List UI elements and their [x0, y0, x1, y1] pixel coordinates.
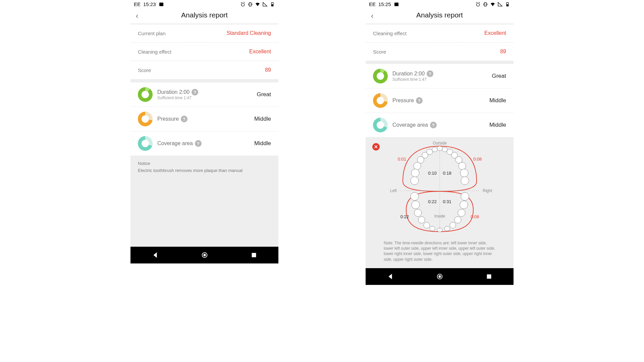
svg-point-32 — [414, 209, 422, 217]
label-right: Right — [483, 188, 492, 193]
page-title: Analysis report — [181, 11, 228, 19]
nav-back-icon[interactable] — [152, 251, 159, 259]
signal-icon — [262, 2, 268, 7]
metric-coverage-title: Coverage area — [392, 122, 428, 128]
help-icon[interactable]: ? — [427, 70, 433, 77]
status-bar: EE 15:23 — [130, 0, 278, 8]
donut-coverage-icon — [138, 136, 153, 151]
svg-point-15 — [442, 147, 447, 152]
back-button[interactable]: ‹ — [136, 12, 138, 20]
metric-pressure-title: Pressure — [392, 98, 414, 104]
svg-point-23 — [459, 162, 466, 170]
android-nav-bar — [130, 247, 278, 263]
donut-duration-icon — [138, 87, 153, 102]
help-icon[interactable]: ? — [195, 140, 202, 147]
value-score: 89 — [500, 49, 506, 55]
nav-home-icon[interactable] — [201, 251, 208, 259]
svg-point-33 — [458, 209, 465, 217]
metric-coverage-value: Middle — [254, 140, 271, 147]
metric-duration[interactable]: Duration 2:00 ? Sufficient time 1:47 Gre… — [366, 64, 514, 88]
section-divider — [130, 79, 278, 82]
metric-pressure-value: Middle — [254, 116, 271, 122]
battery-icon — [505, 2, 510, 7]
alarm-icon — [475, 2, 481, 7]
signal-icon — [497, 2, 503, 7]
svg-point-35 — [454, 217, 461, 223]
time-upper-left-outer: 0:01 — [397, 157, 406, 162]
metric-coverage-title: Coverage area — [157, 140, 193, 146]
donut-pressure-icon — [373, 93, 388, 108]
time-upper-right-outer: 0:08 — [473, 157, 482, 162]
app-bar: ‹ Analysis report — [366, 8, 514, 24]
app-bar: ‹ Analysis report — [130, 8, 278, 24]
time-upper-right-inner: 0:18 — [443, 171, 451, 176]
phone-left: EE 15:23 ‹ Analysis report Current plan … — [130, 0, 278, 263]
row-current-plan: Current plan Standard Cleaning — [130, 24, 278, 43]
section-divider — [366, 61, 514, 64]
carrier-label: EE — [369, 1, 376, 7]
metric-duration[interactable]: Duration 2:00 ? Sufficient time 1:47 Gre… — [130, 82, 278, 107]
metric-duration-title: Duration 2:00 — [392, 71, 425, 77]
nav-recent-icon[interactable] — [485, 273, 493, 280]
row-cleaning-effect: Cleaning effect Excellent — [130, 43, 278, 61]
svg-point-9 — [476, 3, 479, 6]
metric-coverage-value: Middle — [489, 122, 506, 128]
row-score: Score 89 — [130, 61, 278, 79]
battery-icon — [270, 2, 275, 7]
svg-rect-45 — [487, 274, 491, 279]
svg-rect-12 — [506, 4, 508, 6]
row-cleaning-effect: Cleaning effect Excellent — [366, 24, 514, 43]
carrier-label: EE — [134, 1, 141, 7]
time-lower-left-inner: 0:22 — [428, 199, 436, 204]
svg-rect-2 — [249, 2, 251, 6]
help-icon[interactable]: ? — [192, 89, 198, 96]
teeth-diagram: Outside Inside Left Right 0:01 0:08 0:10… — [383, 141, 497, 238]
label-score: Score — [138, 67, 151, 73]
clock-label: 15:25 — [378, 1, 391, 7]
help-icon[interactable]: ? — [416, 97, 423, 104]
status-bar: EE 15:25 — [366, 0, 514, 8]
svg-point-24 — [411, 169, 419, 177]
notice-title: Notice — [138, 161, 271, 166]
metric-pressure-title: Pressure — [157, 116, 179, 122]
svg-rect-4 — [271, 4, 273, 6]
svg-point-30 — [412, 201, 420, 209]
value-cleaning-effect: Excellent — [249, 49, 271, 55]
label-cleaning-effect: Cleaning effect — [373, 31, 407, 36]
value-cleaning-effect: Excellent — [484, 30, 506, 36]
nav-home-icon[interactable] — [436, 273, 443, 280]
svg-rect-7 — [252, 253, 256, 257]
notice-panel: Notice Electric toothbrush removes more … — [130, 156, 278, 247]
vibrate-icon — [483, 2, 488, 7]
svg-point-34 — [418, 217, 425, 223]
metric-pressure[interactable]: Pressure ? Middle — [130, 107, 278, 131]
help-icon[interactable]: ? — [181, 116, 187, 122]
time-upper-left-inner: 0:10 — [428, 171, 436, 176]
metric-duration-sub: Sufficient time 1:47 — [392, 77, 487, 82]
vibrate-icon — [248, 2, 253, 7]
donut-pressure-icon — [138, 112, 153, 126]
metric-duration-sub: Sufficient time 1:47 — [157, 96, 252, 100]
label-cleaning-effect: Cleaning effect — [138, 49, 171, 55]
svg-point-31 — [460, 201, 468, 209]
nav-recent-icon[interactable] — [250, 251, 258, 259]
metric-coverage[interactable]: Coverage area ? Middle — [130, 131, 278, 156]
label-inside: Inside — [434, 214, 445, 219]
back-button[interactable]: ‹ — [371, 12, 373, 20]
label-current-plan: Current plan — [138, 31, 166, 36]
help-icon[interactable]: ? — [430, 122, 437, 128]
page-title: Analysis report — [416, 11, 463, 19]
metric-coverage[interactable]: Coverage area ? Middle — [366, 113, 514, 137]
svg-point-37 — [450, 222, 456, 228]
label-score: Score — [373, 49, 386, 55]
svg-point-36 — [424, 222, 430, 228]
value-current-plan: Standard Cleaning — [226, 30, 271, 36]
nav-back-icon[interactable] — [387, 273, 394, 280]
metric-pressure[interactable]: Pressure ? Middle — [366, 88, 514, 113]
wifi-icon — [255, 2, 260, 7]
diagram-note: Note: The time-needle directions are: le… — [370, 238, 509, 265]
svg-point-39 — [444, 226, 450, 231]
wifi-icon — [490, 2, 495, 7]
close-icon[interactable]: ✕ — [372, 143, 380, 150]
svg-point-26 — [411, 177, 419, 185]
